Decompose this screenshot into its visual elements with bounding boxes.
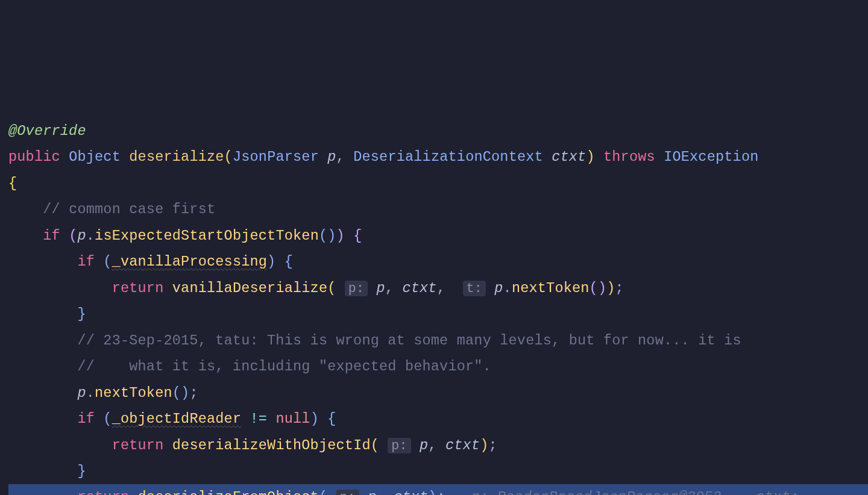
type-ioexception: IOException [664,149,758,165]
paren-close: ) [327,228,336,244]
param-hint-p: p: [388,438,410,453]
comment: // 23-Sep-2015, tatu: This is wrong at s… [77,332,741,349]
keyword-throws: throws [603,149,655,165]
code-line[interactable]: } [8,301,868,327]
dot: . [503,280,512,296]
paren-close: ) [586,149,594,165]
dot: . [86,385,95,401]
brace-open: { [8,175,17,191]
code-line[interactable]: // common case first [8,196,868,222]
comma: , [385,280,394,296]
paren-close: ) [598,280,606,296]
keyword-if: if [43,228,60,244]
method-call: nextToken [512,280,590,296]
brace-close: } [77,463,86,479]
paren-close: ) [606,280,615,296]
paren-open: ( [371,437,379,453]
var-p: p [77,385,86,401]
code-line[interactable]: // 23-Sep-2015, tatu: This is wrong at s… [8,328,868,353]
method-call: deserializeWithObjectId [172,437,371,453]
code-editor[interactable]: @Overridepublic Object deserialize(JsonP… [8,118,868,495]
comment: // common case first [43,201,215,217]
keyword-return: return [77,489,129,495]
paren-close: ) [267,254,275,270]
comma: , [377,489,385,495]
method-call: vanillaDeserialize [172,280,327,296]
brace-open: { [353,228,362,244]
code-line[interactable]: if (_vanillaProcessing) { [8,249,868,275]
code-line[interactable]: return deserializeWithObjectId( p: p, ct… [8,432,868,458]
dot: . [86,228,95,244]
arg-ctxt: ctxt [402,280,436,296]
keyword-null: null [275,411,310,427]
code-line[interactable]: if (_objectIdReader != null) { [8,406,868,432]
keyword-if: if [77,254,95,270]
paren-open: ( [224,149,233,165]
paren-open: ( [319,489,327,495]
paren-open: ( [327,280,336,296]
brace-close: } [77,306,86,322]
param-hint-p: p: [336,490,359,495]
annotation: @Override [8,123,86,139]
comment: // what it is, including "expected behav… [77,358,491,375]
param-p: p [327,149,336,165]
comma: , [437,280,445,296]
code-line[interactable]: public Object deserialize(JsonParser p, … [8,144,868,170]
code-line[interactable]: return vanillaDeserialize( p: p, ctxt, t… [8,275,868,301]
paren-close: ) [310,411,319,427]
arg-p: p [420,437,428,453]
semicolon: ; [189,385,198,401]
type-jsonparser: JsonParser [233,149,319,165]
semicolon: ; [437,489,445,495]
param-ctxt: ctxt [552,149,586,165]
brace-open: { [327,411,336,427]
keyword-public: public [8,149,60,165]
keyword-if: if [77,411,95,427]
paren-close: ) [336,228,345,244]
paren-open: ( [590,280,598,296]
code-line[interactable]: } [8,458,868,484]
code-line[interactable]: p.nextToken(); [8,380,868,406]
paren-close: ) [480,437,488,453]
paren-open: ( [172,385,181,401]
paren-open: ( [69,228,77,244]
paren-open: ( [319,228,327,244]
code-line[interactable]: // what it is, including "expected behav… [8,353,868,379]
paren-open: ( [103,411,112,427]
arg-p: p [494,280,503,296]
paren-close: ) [181,385,189,401]
param-hint-p: p: [345,281,368,296]
arg-p: p [377,280,385,296]
paren-open: ( [103,254,112,270]
code-line[interactable]: { [8,170,868,196]
paren-close: ) [428,489,436,495]
code-line-highlighted[interactable]: return deserializeFromObject( p: p, ctxt… [8,484,868,495]
identifier: _objectIdReader [112,411,242,427]
identifier: _vanillaProcessing [112,254,267,270]
arg-ctxt: ctxt [394,489,428,495]
type-context: DeserializationContext [353,149,543,165]
var-p: p [77,228,86,244]
code-line[interactable]: if (p.isExpectedStartObjectToken()) { [8,223,868,249]
arg-ctxt: ctxt [445,437,480,453]
method-call: nextToken [95,385,172,401]
param-hint-t: t: [463,281,486,296]
operator-neq: != [250,411,268,427]
method-name: deserialize [129,149,224,165]
keyword-return: return [112,280,164,296]
method-call: deserializeFromObject [138,489,319,495]
comma: , [428,437,436,453]
brace-open: { [285,254,293,270]
debug-hint-p: p: ReaderBasedJsonParser@2953 [471,489,722,495]
code-line[interactable]: @Override [8,118,868,144]
semicolon: ; [615,280,624,296]
semicolon: ; [488,437,497,453]
keyword-return: return [112,437,164,453]
arg-p: p [368,489,376,495]
type-object: Object [69,149,121,165]
comma: , [336,149,345,165]
debug-hint-ctxt: ctxt: [756,489,799,495]
method-call: isExpectedStartObjectToken [95,228,319,244]
